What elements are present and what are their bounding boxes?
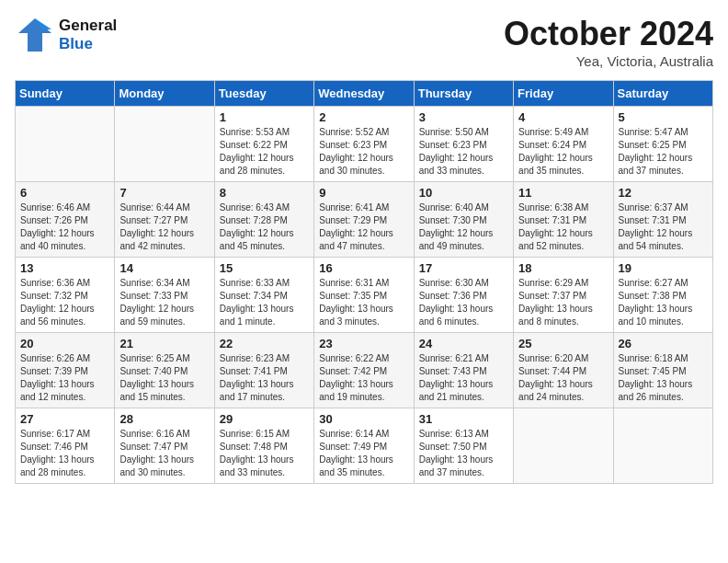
day-info: Sunrise: 6:30 AM Sunset: 7:36 PM Dayligh…: [419, 277, 508, 328]
day-info: Sunrise: 6:23 AM Sunset: 7:41 PM Dayligh…: [220, 352, 309, 404]
logo-bird-icon: [15, 15, 55, 55]
day-header-wednesday: Wednesday: [314, 81, 414, 107]
calendar-cell: 21Sunrise: 6:25 AM Sunset: 7:40 PM Dayli…: [115, 333, 214, 408]
day-info: Sunrise: 5:50 AM Sunset: 6:23 PM Dayligh…: [419, 126, 508, 178]
calendar-cell: 16Sunrise: 6:31 AM Sunset: 7:35 PM Dayli…: [314, 258, 414, 333]
day-info: Sunrise: 6:16 AM Sunset: 7:47 PM Dayligh…: [119, 428, 209, 479]
day-info: Sunrise: 6:15 AM Sunset: 7:48 PM Dayligh…: [220, 428, 309, 479]
day-number: 10: [419, 186, 508, 200]
calendar-cell: 28Sunrise: 6:16 AM Sunset: 7:47 PM Dayli…: [115, 408, 214, 484]
day-number: 1: [220, 110, 309, 124]
day-info: Sunrise: 6:17 AM Sunset: 7:46 PM Dayligh…: [20, 428, 109, 479]
day-info: Sunrise: 6:43 AM Sunset: 7:28 PM Dayligh…: [220, 201, 309, 253]
day-number: 29: [220, 412, 309, 426]
calendar-cell: [613, 408, 712, 484]
calendar-header-row: SundayMondayTuesdayWednesdayThursdayFrid…: [16, 81, 713, 107]
day-header-saturday: Saturday: [613, 81, 712, 107]
day-info: Sunrise: 6:34 AM Sunset: 7:33 PM Dayligh…: [119, 277, 209, 328]
day-number: 22: [220, 337, 309, 350]
day-info: Sunrise: 6:41 AM Sunset: 7:29 PM Dayligh…: [319, 201, 408, 253]
day-number: 16: [319, 261, 408, 275]
day-number: 2: [319, 110, 408, 124]
day-number: 11: [518, 186, 608, 200]
calendar-cell: [514, 408, 613, 484]
day-info: Sunrise: 6:27 AM Sunset: 7:38 PM Dayligh…: [619, 277, 708, 328]
day-number: 13: [20, 261, 109, 275]
calendar-cell: 1Sunrise: 5:53 AM Sunset: 6:22 PM Daylig…: [214, 107, 313, 182]
calendar-cell: 20Sunrise: 6:26 AM Sunset: 7:39 PM Dayli…: [16, 333, 115, 408]
day-number: 8: [220, 186, 309, 200]
day-header-sunday: Sunday: [16, 81, 115, 107]
calendar-week-row: 27Sunrise: 6:17 AM Sunset: 7:46 PM Dayli…: [16, 408, 713, 484]
location-subtitle: Yea, Victoria, Australia: [504, 53, 713, 69]
calendar-cell: 24Sunrise: 6:21 AM Sunset: 7:43 PM Dayli…: [414, 333, 513, 408]
calendar-cell: 7Sunrise: 6:44 AM Sunset: 7:27 PM Daylig…: [115, 182, 214, 258]
day-number: 27: [20, 412, 109, 426]
day-number: 20: [20, 337, 109, 350]
day-info: Sunrise: 6:26 AM Sunset: 7:39 PM Dayligh…: [20, 352, 109, 404]
day-info: Sunrise: 6:46 AM Sunset: 7:26 PM Dayligh…: [20, 201, 109, 253]
day-info: Sunrise: 6:44 AM Sunset: 7:27 PM Dayligh…: [119, 201, 209, 253]
day-info: Sunrise: 6:36 AM Sunset: 7:32 PM Dayligh…: [20, 277, 109, 328]
day-number: 25: [518, 337, 608, 350]
day-info: Sunrise: 6:33 AM Sunset: 7:34 PM Dayligh…: [220, 277, 309, 328]
day-number: 7: [119, 186, 209, 200]
calendar-cell: 17Sunrise: 6:30 AM Sunset: 7:36 PM Dayli…: [414, 258, 513, 333]
calendar-cell: 18Sunrise: 6:29 AM Sunset: 7:37 PM Dayli…: [514, 258, 613, 333]
day-header-tuesday: Tuesday: [214, 81, 313, 107]
day-number: 28: [119, 412, 209, 426]
day-number: 4: [518, 110, 608, 124]
day-number: 31: [419, 412, 508, 426]
calendar-cell: 10Sunrise: 6:40 AM Sunset: 7:30 PM Dayli…: [414, 182, 513, 258]
calendar-cell: [115, 107, 214, 182]
calendar-week-row: 1Sunrise: 5:53 AM Sunset: 6:22 PM Daylig…: [16, 107, 713, 182]
calendar-cell: 29Sunrise: 6:15 AM Sunset: 7:48 PM Dayli…: [214, 408, 313, 484]
calendar-cell: 2Sunrise: 5:52 AM Sunset: 6:23 PM Daylig…: [314, 107, 414, 182]
calendar-cell: 31Sunrise: 6:13 AM Sunset: 7:50 PM Dayli…: [414, 408, 513, 484]
day-number: 30: [319, 412, 408, 426]
calendar-cell: 19Sunrise: 6:27 AM Sunset: 7:38 PM Dayli…: [613, 258, 712, 333]
day-number: 23: [319, 337, 408, 350]
logo-text: General Blue: [59, 17, 117, 54]
day-info: Sunrise: 6:21 AM Sunset: 7:43 PM Dayligh…: [419, 352, 508, 404]
calendar-cell: 30Sunrise: 6:14 AM Sunset: 7:49 PM Dayli…: [314, 408, 414, 484]
calendar-cell: 11Sunrise: 6:38 AM Sunset: 7:31 PM Dayli…: [514, 182, 613, 258]
logo: General Blue: [15, 15, 117, 55]
day-number: 18: [518, 261, 608, 275]
calendar-cell: 22Sunrise: 6:23 AM Sunset: 7:41 PM Dayli…: [214, 333, 313, 408]
day-info: Sunrise: 6:38 AM Sunset: 7:31 PM Dayligh…: [518, 201, 608, 253]
calendar-cell: 12Sunrise: 6:37 AM Sunset: 7:31 PM Dayli…: [613, 182, 712, 258]
calendar-cell: 6Sunrise: 6:46 AM Sunset: 7:26 PM Daylig…: [16, 182, 115, 258]
day-number: 21: [119, 337, 209, 350]
day-info: Sunrise: 6:22 AM Sunset: 7:42 PM Dayligh…: [319, 352, 408, 404]
day-info: Sunrise: 6:29 AM Sunset: 7:37 PM Dayligh…: [518, 277, 608, 328]
day-number: 19: [619, 261, 708, 275]
calendar-cell: 15Sunrise: 6:33 AM Sunset: 7:34 PM Dayli…: [214, 258, 313, 333]
day-header-thursday: Thursday: [414, 81, 513, 107]
svg-marker-0: [18, 18, 51, 52]
calendar-table: SundayMondayTuesdayWednesdayThursdayFrid…: [15, 80, 713, 484]
calendar-cell: 5Sunrise: 5:47 AM Sunset: 6:25 PM Daylig…: [613, 107, 712, 182]
calendar-week-row: 6Sunrise: 6:46 AM Sunset: 7:26 PM Daylig…: [16, 182, 713, 258]
day-header-monday: Monday: [115, 81, 214, 107]
day-number: 15: [220, 261, 309, 275]
month-title: October 2024: [504, 15, 713, 53]
day-number: 26: [619, 337, 708, 350]
day-number: 17: [419, 261, 508, 275]
day-info: Sunrise: 5:53 AM Sunset: 6:22 PM Dayligh…: [220, 126, 309, 178]
day-info: Sunrise: 6:18 AM Sunset: 7:45 PM Dayligh…: [619, 352, 708, 404]
calendar-cell: 14Sunrise: 6:34 AM Sunset: 7:33 PM Dayli…: [115, 258, 214, 333]
day-info: Sunrise: 6:14 AM Sunset: 7:49 PM Dayligh…: [319, 428, 408, 479]
day-number: 14: [119, 261, 209, 275]
day-info: Sunrise: 5:49 AM Sunset: 6:24 PM Dayligh…: [518, 126, 608, 178]
calendar-week-row: 20Sunrise: 6:26 AM Sunset: 7:39 PM Dayli…: [16, 333, 713, 408]
calendar-cell: 13Sunrise: 6:36 AM Sunset: 7:32 PM Dayli…: [16, 258, 115, 333]
day-number: 3: [419, 110, 508, 124]
calendar-cell: 8Sunrise: 6:43 AM Sunset: 7:28 PM Daylig…: [214, 182, 313, 258]
day-info: Sunrise: 6:25 AM Sunset: 7:40 PM Dayligh…: [119, 352, 209, 404]
day-header-friday: Friday: [514, 81, 613, 107]
day-number: 9: [319, 186, 408, 200]
day-number: 24: [419, 337, 508, 350]
calendar-cell: [16, 107, 115, 182]
day-info: Sunrise: 6:40 AM Sunset: 7:30 PM Dayligh…: [419, 201, 508, 253]
